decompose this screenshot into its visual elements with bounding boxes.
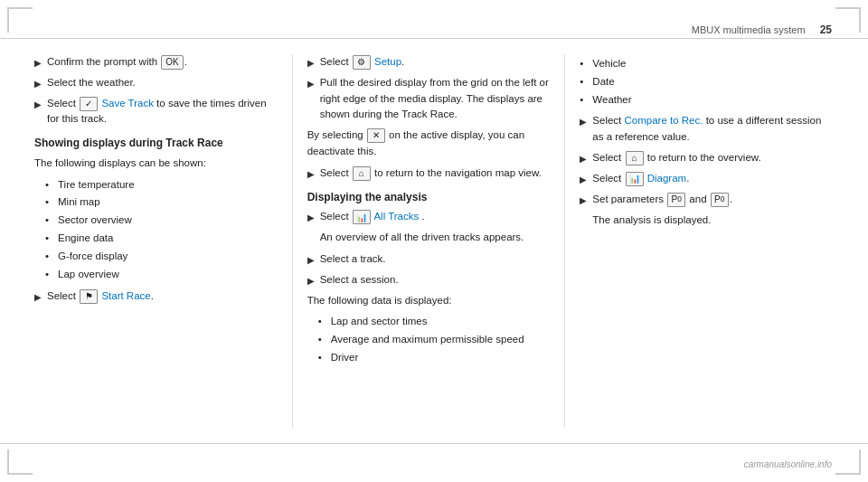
arrow-item-select-session: ▶ Select a session. [307,272,551,288]
header-divider [0,38,868,39]
arrow-item-weather: ▶ Select the weather. [34,75,278,91]
list-item-avg-speed: Average and maximum permissible speed [318,332,551,348]
arrow-item-start-race: ▶ Select ⚑ Start Race. [34,288,278,305]
list-item-engine: Engine data [45,231,278,247]
arrow-icon: ▶ [580,152,587,166]
column-divider-2 [564,54,565,428]
arrow-item-setup: ▶ Select ⚙ Setup. [307,54,551,71]
list-item-vehicle: Vehicle [580,56,823,72]
track-race-list: Tire temperature Mini map Sector overvie… [45,177,278,283]
arrow-icon: ▶ [580,115,587,129]
nav-map-icon: ⌂ [353,166,371,181]
list-item-gforce: G-force display [45,249,278,265]
arrow-item-set-parameters: ▶ Set parameters P0 and P0. [580,192,823,208]
track-race-intro: The following displays can be shown: [34,156,278,172]
footer-divider [0,443,868,444]
arrow-icon: ▶ [307,274,315,288]
arrow-item-select-track: ▶ Select a track. [307,251,551,268]
corner-decoration-tr [835,7,861,33]
arrow-item-save-track: ▶ Select ✓ Save Track to save the times … [34,96,278,128]
list-item-weather: Weather [580,92,823,109]
list-item-date: Date [580,74,823,90]
arrow-icon: ▶ [34,56,42,71]
arrow-item-compare-rec: ▶ Select Compare to Rec. to use a differ… [580,113,823,146]
param-p0b-icon: P0 [711,193,729,207]
header: MBUX multimedia system 25 [692,24,832,36]
column-1: ▶ Confirm the prompt with OK. ▶ Select t… [34,47,288,435]
setup-icon: ⚙ [353,55,371,70]
arrow-icon: ▶ [307,167,315,182]
arrow-item-all-tracks: ▶ Select 📊 All Tracks . [307,209,551,225]
column-2: ▶ Select ⚙ Setup. ▶ Pull the desired dis… [297,47,561,435]
section-heading-analysis: Displaying the analysis [307,189,551,206]
arrow-icon: ▶ [580,194,587,208]
arrow-icon: ▶ [34,77,42,91]
all-tracks-icon: 📊 [353,210,371,224]
page-number: 25 [820,24,832,36]
para-following-data: The following data is displayed: [307,293,551,309]
start-race-icon: ⚑ [80,289,98,304]
column-3: Vehicle Date Weather ▶ Select Compare to… [569,47,834,435]
all-tracks-link: All Tracks [373,211,419,222]
list-item-sector: Sector overview [45,213,278,229]
diagram-icon: 📊 [626,172,644,186]
save-track-icon: ✓ [80,97,98,111]
column-divider-1 [292,54,293,428]
arrow-icon: ▶ [307,77,315,91]
section-heading-track-race: Showing displays during Track Race [34,135,278,152]
arrow-icon: ▶ [307,253,315,268]
top-bullets: Vehicle Date Weather [580,56,823,108]
corner-decoration-tl [7,7,33,33]
arrow-item-diagram: ▶ Select 📊 Diagram. [580,171,823,187]
main-content: ▶ Confirm the prompt with OK. ▶ Select t… [34,47,834,435]
arrow-icon: ▶ [307,211,315,225]
list-item-mini-map: Mini map [45,194,278,211]
deactivate-icon: ✕ [367,128,385,143]
corner-decoration-bl [7,449,33,475]
list-item-lap: Lap overview [45,267,278,283]
save-track-link: Save Track [101,98,154,109]
para-analysis-displayed: The analysis is displayed. [592,213,823,229]
data-list: Lap and sector times Average and maximum… [318,314,551,365]
param-p0-icon: P0 [667,193,685,207]
arrow-item-pull-display: ▶ Pull the desired display from the grid… [307,75,551,123]
diagram-link: Diagram [647,173,686,184]
overview-icon: ⌂ [626,151,644,165]
compare-rec-link: Compare to Rec. [625,115,703,126]
ok-button-icon: OK [161,55,183,70]
setup-link: Setup [374,56,401,67]
arrow-icon: ▶ [307,56,315,71]
arrow-item-nav-map: ▶ Select ⌂ to return to the navigation m… [307,165,551,182]
para-deactivate: By selecting ✕ on the active display, yo… [307,128,551,160]
list-item-lap-sector: Lap and sector times [318,314,551,330]
list-item-driver: Driver [318,350,551,366]
footer-logo: carmanualsonline.info [744,459,832,469]
list-item-tire: Tire temperature [45,177,278,194]
arrow-icon: ▶ [580,173,587,187]
start-race-link: Start Race [101,290,150,301]
arrow-icon: ▶ [34,290,42,305]
corner-decoration-br [835,449,861,475]
arrow-item-confirm: ▶ Confirm the prompt with OK. [34,54,278,71]
arrow-item-return-overview: ▶ Select ⌂ to return to the overview. [580,150,823,166]
arrow-icon: ▶ [34,98,42,112]
header-title: MBUX multimedia system [692,24,806,35]
para-tracks-overview: An overview of all the driven tracks app… [320,230,551,246]
